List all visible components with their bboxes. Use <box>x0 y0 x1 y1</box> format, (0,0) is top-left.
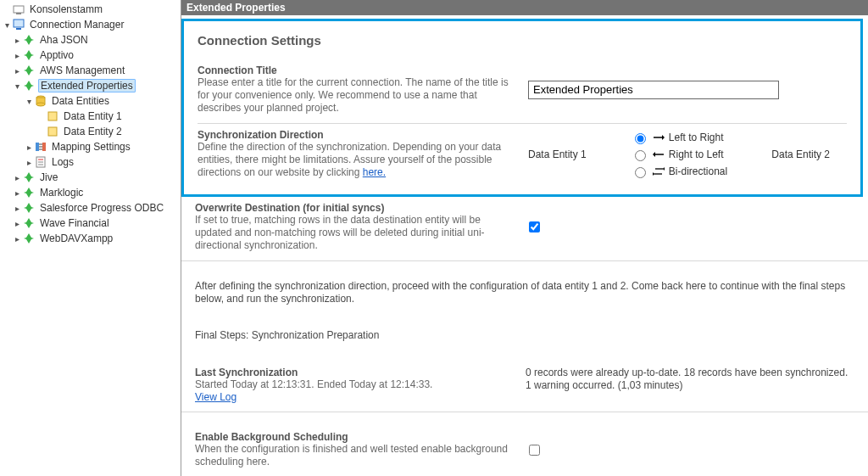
entity2-label: Data Entity 2 <box>771 148 830 160</box>
console-root-icon <box>12 3 25 16</box>
chevron-right-icon[interactable]: ▸ <box>12 36 22 45</box>
tree-conn-mgr[interactable]: ▾ Connection Manager <box>0 17 181 32</box>
database-icon <box>34 94 47 108</box>
svg-rect-11 <box>48 112 57 120</box>
svg-rect-13 <box>36 143 39 151</box>
bg-sched-label: Enable Background Scheduling <box>195 431 512 443</box>
content-scroll[interactable]: Connection Settings Connection Title Ple… <box>181 15 868 476</box>
logs-icon <box>34 155 47 169</box>
tree-item-label: WebDAVXampp <box>38 232 114 244</box>
plug-icon <box>22 64 36 77</box>
tree-item-label: Extended Properties <box>38 79 136 92</box>
tree-item-aws[interactable]: ▸ AWS Management <box>0 63 181 78</box>
connection-title-input[interactable] <box>528 81 779 99</box>
svg-marker-22 <box>24 172 34 182</box>
tree-de2[interactable]: ▸ Data Entity 2 <box>0 124 181 139</box>
connection-title-row: Connection Title Please enter a title fo… <box>198 59 847 124</box>
connection-settings-heading: Connection Settings <box>198 33 847 48</box>
svg-marker-30 <box>653 152 655 157</box>
radio-bi-input[interactable] <box>635 167 646 178</box>
sync-direction-desc: Define the direction of the synchronizat… <box>198 141 515 179</box>
svg-marker-34 <box>653 172 654 176</box>
plug-icon <box>22 186 36 199</box>
svg-marker-23 <box>24 188 34 198</box>
plug-icon <box>22 48 36 62</box>
tree-item-apptivo[interactable]: ▸ Apptivo <box>0 48 181 63</box>
final-steps-heading-row: Final Steps: Synchronization Preparation <box>181 324 868 361</box>
tree-de1[interactable]: ▸ Data Entity 1 <box>0 109 181 124</box>
chevron-right-icon[interactable]: ▸ <box>12 66 22 76</box>
sync-direction-here-link[interactable]: here. <box>363 166 386 178</box>
chevron-right-icon[interactable]: ▸ <box>12 188 22 198</box>
radio-rtl[interactable]: Right to Left <box>631 148 727 161</box>
chevron-right-icon[interactable]: ▸ <box>12 219 22 228</box>
tree-root-label: Konsolenstamm <box>28 3 104 15</box>
plug-icon <box>22 171 36 184</box>
svg-marker-6 <box>24 65 34 76</box>
tree-root[interactable]: ▸ Konsolenstamm <box>0 2 181 17</box>
svg-marker-26 <box>24 233 34 244</box>
last-sync-desc: Started Today at 12:13:31. Ended Today a… <box>195 378 512 391</box>
sync-direction-label: Synchronization Direction <box>198 129 515 141</box>
note-row: After defining the synchronization direc… <box>181 261 868 324</box>
tree-item-webdav[interactable]: ▸ WebDAVXampp <box>0 231 181 246</box>
tree-item-jive[interactable]: ▸ Jive <box>0 170 181 185</box>
chevron-down-icon[interactable]: ▾ <box>2 20 12 30</box>
tree-item-wave[interactable]: ▸ Wave Financial <box>0 216 181 231</box>
overwrite-desc: If set to true, matching rows in the dat… <box>195 214 512 252</box>
overwrite-row: Overwrite Destination (for initial syncs… <box>181 197 868 261</box>
tree-logs-label: Logs <box>50 156 75 168</box>
svg-marker-7 <box>24 81 34 91</box>
main-panel: Extended Properties Connection Settings … <box>181 0 868 476</box>
tree-mapping-label: Mapping Settings <box>50 141 132 153</box>
last-sync-row: Last Synchronization Started Today at 12… <box>181 361 868 412</box>
radio-ltr-input[interactable] <box>635 133 646 144</box>
svg-marker-28 <box>662 135 665 140</box>
tree-item-marklogic[interactable]: ▸ Marklogic <box>0 185 181 200</box>
tree-item-aha[interactable]: ▸ Aha JSON <box>0 32 181 48</box>
chevron-right-icon[interactable]: ▸ <box>24 158 34 167</box>
tree-mapping[interactable]: ▸ Mapping Settings <box>0 139 181 154</box>
tree-logs[interactable]: ▸ Logs <box>0 154 181 170</box>
plug-icon <box>22 201 36 215</box>
tree-item-extended[interactable]: ▾ Extended Properties <box>0 78 181 93</box>
tree-item-label: Wave Financial <box>38 217 111 229</box>
mapping-icon <box>34 140 47 154</box>
view-log-link[interactable]: View Log <box>195 391 236 403</box>
tree-panel: ▸ Konsolenstamm ▾ Connection Manager ▸ A… <box>0 0 181 476</box>
plug-icon <box>22 79 36 92</box>
svg-marker-25 <box>24 218 34 228</box>
chevron-right-icon[interactable]: ▸ <box>12 51 22 60</box>
radio-bi[interactable]: Bi-directional <box>631 165 727 178</box>
tree-item-label: AWS Management <box>38 64 126 76</box>
svg-rect-2 <box>14 20 24 27</box>
connection-settings-highlight: Connection Settings Connection Title Ple… <box>181 19 863 197</box>
svg-rect-12 <box>48 127 57 136</box>
last-sync-label: Last Synchronization <box>195 367 512 378</box>
overwrite-checkbox[interactable] <box>529 221 540 232</box>
tree-data-entities[interactable]: ▾ Data Entities <box>0 93 181 109</box>
tree-data-entities-label: Data Entities <box>50 95 111 107</box>
chevron-right-icon[interactable]: ▸ <box>12 204 22 213</box>
bg-sched-row: Enable Background Scheduling When the co… <box>181 412 868 476</box>
chevron-right-icon[interactable]: ▸ <box>24 143 34 152</box>
tree-item-label: Jive <box>38 171 59 183</box>
tree-item-label: Apptivo <box>38 49 75 61</box>
tree-item-salesforce[interactable]: ▸ Salesforce Progress ODBC <box>0 200 181 216</box>
computer-icon <box>12 18 25 31</box>
bg-sched-checkbox[interactable] <box>529 445 540 456</box>
page-title: Extended Properties <box>186 2 286 14</box>
plug-icon <box>22 232 36 245</box>
chevron-down-icon[interactable]: ▾ <box>24 97 34 106</box>
radio-ltr[interactable]: Left to Right <box>631 131 727 144</box>
chevron-down-icon[interactable]: ▾ <box>12 81 22 91</box>
arrow-both-icon <box>653 166 665 176</box>
final-steps-heading: Final Steps: Synchronization Preparation <box>195 329 379 341</box>
svg-marker-32 <box>664 167 665 171</box>
chevron-right-icon[interactable]: ▸ <box>12 173 22 182</box>
radio-rtl-input[interactable] <box>635 150 646 161</box>
connection-title-label: Connection Title <box>198 64 515 76</box>
plug-icon <box>22 33 36 47</box>
chevron-right-icon[interactable]: ▸ <box>12 234 22 244</box>
tree-conn-mgr-label: Connection Manager <box>28 19 125 31</box>
